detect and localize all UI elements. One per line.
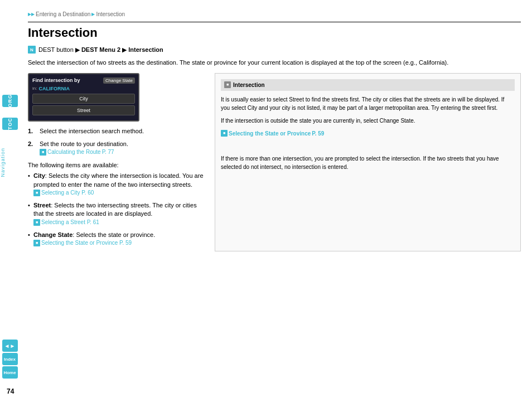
link-icon: ■: [40, 149, 46, 156]
screen-city-btn[interactable]: City: [32, 94, 135, 104]
sidebar-tab-org[interactable]: ORG: [2, 95, 18, 107]
home-label: Home: [3, 370, 16, 375]
right-para3: If there is more than one intersection, …: [221, 154, 515, 171]
steps: 1. Select the intersection search method…: [28, 127, 206, 157]
org-label: ORG: [7, 94, 13, 108]
dest-menu-bold: DEST Menu 2: [81, 46, 120, 53]
city-name: City: [33, 172, 45, 179]
bottom-tab-home[interactable]: Home: [2, 366, 18, 379]
breadcrumb-arrow2: ▶: [91, 12, 95, 17]
instruction-line: N DEST button ▶ DEST Menu 2 ▶ Intersecti…: [28, 46, 521, 54]
screen-street-btn[interactable]: Street: [32, 105, 135, 115]
main-content: ▶▶ Entering a Destination ▶ Intersection…: [22, 0, 532, 412]
step2-num: 2.: [28, 140, 36, 156]
city-link-icon: ■: [33, 190, 40, 196]
change-state-name: Change State: [33, 231, 72, 238]
step1-text: Select the intersection search method.: [40, 128, 144, 134]
change-state-btn[interactable]: Change State: [103, 77, 135, 84]
breadcrumb-item2: Intersection: [96, 11, 125, 17]
right-link-text: Selecting the State or Province: [229, 129, 311, 138]
right-column: ■ Intersection It is usually easier to s…: [215, 73, 521, 252]
state-link-icon: ■: [33, 240, 40, 246]
page-title: Intersection: [28, 26, 521, 40]
street-name: Street: [33, 202, 51, 209]
selecting-street-link[interactable]: ■ Selecting a Street P. 61: [33, 219, 206, 226]
toc-label: TOC: [7, 118, 13, 130]
two-col-layout: Find intersection by Change State in: CA…: [28, 73, 521, 252]
screen-title: Find intersection by: [32, 77, 80, 83]
state-value: CALIFORNIA: [38, 86, 70, 91]
right-header: ■ Intersection: [221, 79, 515, 91]
step1-num: 1.: [28, 127, 36, 135]
street-link-text: Selecting a Street P. 61: [41, 219, 99, 226]
step2-content: Set the route to your destination. ■ Cal…: [40, 140, 206, 156]
breadcrumb-item1: Entering a Destination: [36, 11, 90, 17]
step1-content: Select the intersection search method.: [40, 127, 206, 135]
calculating-route-page: P. 77: [102, 148, 114, 156]
intersection-bold: Intersection: [128, 46, 163, 53]
breadcrumb: ▶▶ Entering a Destination ▶ Intersection: [28, 11, 521, 17]
calculating-route-link[interactable]: ■ Calculating the Route P. 77: [40, 148, 206, 156]
screen-simulation: Find intersection by Change State in: CA…: [28, 73, 139, 122]
city-link-text: Selecting a City P. 60: [41, 189, 94, 197]
sidebar-tab-toc[interactable]: TOC: [2, 118, 18, 130]
screen-header: Find intersection by Change State: [32, 77, 135, 84]
right-header-text: Intersection: [233, 81, 265, 89]
selecting-city-link[interactable]: ■ Selecting a City P. 60: [33, 189, 206, 197]
top-rule: [28, 22, 521, 22]
calculating-route-text: Calculating the Route: [47, 148, 101, 156]
right-header-icon: ■: [224, 81, 231, 88]
right-state-link[interactable]: ■ Selecting the State or Province P. 59: [221, 129, 515, 138]
step2-text: Set the route to your destination.: [40, 140, 206, 148]
step-1: 1. Select the intersection search method…: [28, 127, 206, 135]
right-link-icon: ■: [221, 130, 228, 137]
items-list: City: Selects the city where the interse…: [28, 172, 206, 247]
in-label: in:: [32, 86, 37, 91]
breadcrumb-arrow1: ▶▶: [28, 12, 35, 17]
right-link-page: P. 59: [312, 129, 324, 138]
bottom-tabs: ◄► Index Home: [0, 340, 20, 379]
list-item-street: Street: Selects the two intersecting str…: [28, 201, 206, 226]
street-link-icon: ■: [33, 219, 40, 226]
dest-icon: N: [28, 46, 36, 54]
state-link-text: Selecting the State or Province P. 59: [41, 239, 132, 247]
list-item-change-state: Change State: Selects the state or provi…: [28, 231, 206, 247]
items-header: The following items are available:: [28, 162, 206, 168]
left-column: Find intersection by Change State in: CA…: [28, 73, 206, 252]
nav-label: Navigation: [0, 148, 20, 177]
description: Select the intersection of two streets a…: [28, 58, 521, 67]
right-para1: It is usually easier to select Street to…: [221, 95, 515, 112]
step-2: 2. Set the route to your destination. ■ …: [28, 140, 206, 156]
right-para2: If the intersection is outside the state…: [221, 117, 515, 125]
bottom-tab-arrow[interactable]: ◄►: [2, 340, 18, 352]
instruction-text: DEST button ▶ DEST Menu 2 ▶ Intersection: [38, 46, 163, 54]
screen-in-label: in: CALIFORNIA: [32, 86, 135, 91]
list-item-city: City: Selects the city where the interse…: [28, 172, 206, 197]
index-label: Index: [4, 357, 16, 362]
page-number: 74: [7, 387, 14, 395]
bottom-tab-index[interactable]: Index: [2, 353, 18, 365]
arrow-icon: ◄►: [4, 343, 16, 349]
selecting-state-link[interactable]: ■ Selecting the State or Province P. 59: [33, 239, 206, 247]
